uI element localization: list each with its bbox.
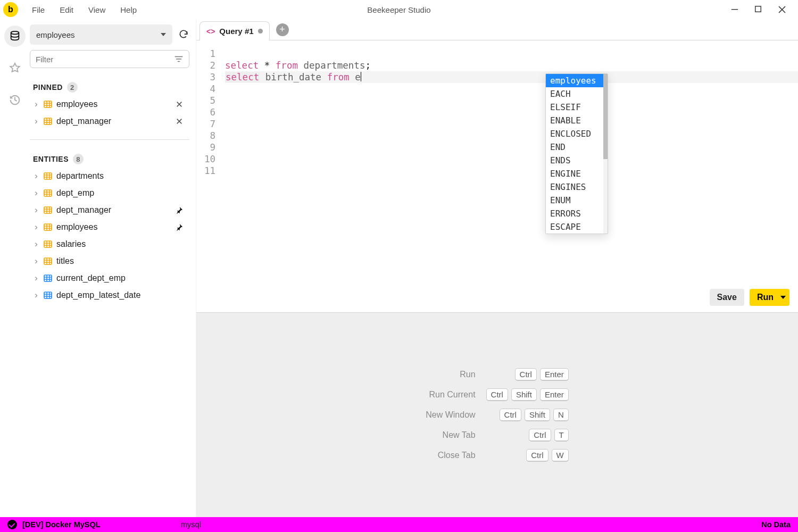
autocomplete-scrollbar[interactable] bbox=[603, 74, 608, 234]
svg-rect-11 bbox=[44, 275, 52, 281]
tab-label: Query #1 bbox=[219, 27, 253, 36]
app-menu: File Edit View Help bbox=[24, 3, 144, 16]
window-close-icon[interactable] bbox=[778, 5, 788, 14]
tree-item-dept_manager[interactable]: ›dept_manager bbox=[30, 202, 189, 219]
results-placeholder: RunCtrlEnterRun CurrentCtrlShiftEnterNew… bbox=[196, 313, 798, 517]
entity-filter[interactable] bbox=[30, 50, 189, 68]
filter-options-icon[interactable] bbox=[174, 54, 184, 64]
key: Ctrl bbox=[529, 429, 551, 442]
menu-file[interactable]: File bbox=[24, 3, 52, 16]
chevron-down-icon bbox=[161, 33, 166, 36]
tree-item-departments[interactable]: ›departments bbox=[30, 168, 189, 185]
tok: ; bbox=[365, 60, 371, 71]
autocomplete-item[interactable]: ELSEIF bbox=[546, 101, 608, 114]
shortcut-keys: CtrlShiftEnter bbox=[486, 388, 569, 401]
section-pinned-header: PINNED 2 bbox=[30, 82, 189, 93]
rail-database-icon[interactable] bbox=[4, 26, 26, 47]
save-button[interactable]: Save bbox=[710, 289, 744, 306]
editor-gutter: 1234567891011 bbox=[196, 48, 220, 177]
database-select-value: employees bbox=[36, 30, 75, 39]
tab-query-1[interactable]: <> Query #1 bbox=[200, 21, 270, 40]
section-entities-count: 8 bbox=[73, 154, 84, 164]
database-select[interactable]: employees bbox=[30, 24, 172, 45]
chevron-right-icon: › bbox=[33, 188, 39, 198]
svg-rect-9 bbox=[44, 241, 52, 247]
window-maximize-icon[interactable] bbox=[754, 5, 765, 14]
autocomplete-item[interactable]: END bbox=[546, 140, 608, 154]
tree-item-titles[interactable]: ›titles bbox=[30, 253, 189, 270]
chevron-right-icon: › bbox=[33, 117, 39, 126]
tree-item-dept_emp[interactable]: ›dept_emp bbox=[30, 185, 189, 202]
kw: from bbox=[276, 60, 298, 71]
menu-edit[interactable]: Edit bbox=[52, 3, 81, 16]
table-icon bbox=[44, 172, 52, 180]
shortcut-label: Close Tab bbox=[438, 451, 477, 460]
svg-rect-5 bbox=[44, 173, 52, 179]
sql-editor[interactable]: 1234567891011 select * from departments;… bbox=[196, 40, 798, 282]
run-dropdown-button[interactable] bbox=[777, 289, 789, 306]
autocomplete-item[interactable]: ENGINES bbox=[546, 180, 608, 194]
autocomplete-item[interactable]: ERRORS bbox=[546, 207, 608, 220]
table-icon bbox=[44, 240, 52, 248]
chevron-right-icon: › bbox=[33, 256, 39, 266]
autocomplete-item[interactable]: ENABLE bbox=[546, 114, 608, 127]
chevron-right-icon: › bbox=[33, 290, 39, 300]
key: W bbox=[552, 449, 569, 462]
autocomplete-item[interactable]: ESCAPE bbox=[546, 220, 608, 234]
tree-item-current_dept_emp[interactable]: ›current_dept_emp bbox=[30, 270, 189, 287]
window-minimize-icon[interactable] bbox=[731, 5, 742, 14]
tree-item-dept_manager[interactable]: ›dept_manager bbox=[30, 113, 189, 130]
key: Ctrl bbox=[500, 409, 521, 421]
tree-item-label: current_dept_emp bbox=[56, 273, 186, 283]
autocomplete-item[interactable]: ENCLOSED bbox=[546, 127, 608, 140]
tree-item-employees[interactable]: ›employees bbox=[30, 96, 189, 113]
svg-point-2 bbox=[11, 31, 19, 35]
unpin-icon[interactable] bbox=[176, 118, 186, 125]
status-connection[interactable]: [DEV] Docker MySQL bbox=[22, 520, 101, 529]
entity-filter-input[interactable] bbox=[36, 55, 174, 64]
ident: birth_date bbox=[260, 72, 327, 82]
shortcut-keys: CtrlW bbox=[526, 449, 569, 462]
sidebar: employees PINNED 2 ›employees›dept_manag… bbox=[30, 19, 196, 517]
new-tab-button[interactable]: + bbox=[276, 23, 289, 36]
autocomplete-item[interactable]: ENGINE bbox=[546, 167, 608, 180]
editor-pane: <> Query #1 + 1234567891011 select * fro… bbox=[196, 19, 798, 517]
rail-history-icon[interactable] bbox=[4, 89, 26, 111]
unpin-icon[interactable] bbox=[176, 101, 186, 108]
autocomplete-item[interactable]: employees bbox=[546, 74, 608, 87]
refresh-button[interactable] bbox=[178, 29, 189, 40]
pinned-icon[interactable] bbox=[176, 223, 186, 231]
tree-item-employees[interactable]: ›employees bbox=[30, 219, 189, 236]
key: Ctrl bbox=[515, 368, 537, 381]
svg-rect-6 bbox=[44, 190, 52, 196]
editor-tabs: <> Query #1 + bbox=[196, 19, 798, 40]
table-icon bbox=[44, 223, 52, 231]
section-pinned-label: PINNED bbox=[33, 83, 63, 92]
shortcut-label: Run bbox=[460, 370, 476, 379]
tree-item-label: dept_emp bbox=[56, 188, 186, 198]
tree-item-dept_emp_latest_date[interactable]: ›dept_emp_latest_date bbox=[30, 287, 189, 304]
autocomplete-popup[interactable]: employeesEACHELSEIFENABLEENCLOSEDENDENDS… bbox=[545, 73, 608, 234]
pinned-icon[interactable] bbox=[176, 206, 186, 214]
ident: e bbox=[350, 72, 361, 82]
autocomplete-item[interactable]: ENUM bbox=[546, 194, 608, 207]
nav-rail bbox=[0, 19, 30, 517]
menu-view[interactable]: View bbox=[81, 3, 113, 16]
tree-item-salaries[interactable]: ›salaries bbox=[30, 236, 189, 253]
shortcut-keys: CtrlT bbox=[529, 429, 569, 442]
svg-rect-7 bbox=[44, 207, 52, 213]
autocomplete-item[interactable]: EACH bbox=[546, 87, 608, 101]
connection-status-icon bbox=[7, 520, 17, 529]
chevron-right-icon: › bbox=[33, 222, 39, 232]
code-icon: <> bbox=[206, 27, 215, 36]
autocomplete-item[interactable]: ENDS bbox=[546, 154, 608, 167]
rail-favorites-icon[interactable] bbox=[4, 57, 26, 79]
pinned-list: ›employees›dept_manager bbox=[30, 96, 189, 130]
app-logo: b bbox=[3, 2, 18, 17]
editor-content[interactable]: select * from departments; select birth_… bbox=[225, 40, 798, 95]
svg-rect-1 bbox=[755, 6, 761, 12]
tab-dirty-indicator-icon bbox=[258, 29, 263, 34]
view-icon bbox=[44, 291, 52, 300]
shortcut-label: Run Current bbox=[429, 390, 476, 400]
menu-help[interactable]: Help bbox=[113, 3, 144, 16]
